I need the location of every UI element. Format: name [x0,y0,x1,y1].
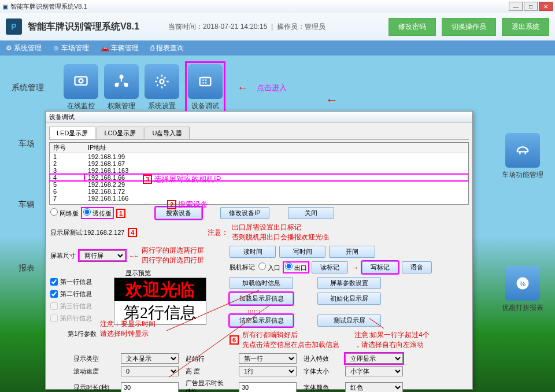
table-row[interactable]: 1192.168.1.99 [50,153,468,161]
badge-4: 4 [128,228,137,237]
radio-network[interactable]: 网络版 [50,208,79,218]
load-info-button[interactable]: 加载显示屏信息 [230,293,293,305]
hint-scroll-2: ，请选择自右向左滚动 [354,340,430,350]
radio-transparent[interactable]: 透传版 [82,208,113,218]
enter-effect-label: 进入特效 [304,354,338,363]
hint-6a: 所有行都编辑好后 [242,330,339,340]
open-gate-button[interactable]: 开闸 [329,246,375,258]
minimize-button[interactable]: — [509,2,523,11]
param-label: 第1行参数 [68,330,97,338]
tool-label: 优惠打折报表 [502,303,543,313]
ad-duration-input[interactable] [239,382,297,392]
tool-online-monitor[interactable] [64,64,98,99]
screen-size-select[interactable]: 两行屏 [79,250,125,261]
table-row[interactable]: 3192.168.1.163 [50,167,468,174]
badge-1: 1 [116,209,125,218]
line4-checkbox [50,315,58,322]
offline-label: 脱机标记 [230,263,255,272]
tab-lcd[interactable]: LCD显示屏 [97,127,143,139]
close-dialog-button[interactable]: 关闭 [288,207,334,219]
read-time-button[interactable]: 读时间 [230,246,276,258]
menu-report[interactable]: ⎙ 报表查询 [150,43,184,53]
ip-table[interactable]: 序号IP地址 1192.168.1.99 2192.168.1.67 3192.… [49,142,469,205]
svg-rect-0 [75,77,87,85]
tab-led[interactable]: LED显示屏 [49,127,95,139]
modify-ip-button[interactable]: 修改设备IP [220,207,269,219]
tool-label: 在线监控 [67,101,95,111]
badge-6: 6 [230,335,239,345]
menu-lot[interactable]: ⊙ 车场管理 [53,43,88,53]
scroll-speed-select[interactable]: 0 [121,366,179,376]
load-temp-button[interactable]: 加载临时信息 [230,277,293,289]
param-hint-2: 请选择时钟显示 [100,329,156,339]
menu-system[interactable]: ⚙ 系统管理 [6,43,42,53]
arrow-icon: ↑ ↑ ↑ ↑ ↑ ↑ [247,308,468,315]
preview-label: 显示预览 [125,269,224,278]
svg-point-1 [79,79,83,83]
dialog-title: 设备调试 [46,112,472,123]
change-password-button[interactable]: 修改密码 [388,18,436,36]
font-color-select[interactable]: 红色 [345,382,403,392]
exit-system-button[interactable]: 退出系统 [502,18,549,36]
voice-button[interactable]: 语音 [402,261,432,273]
screen-param-button[interactable]: 屏幕参数设置 [317,277,381,289]
switch-operator-button[interactable]: 切换操作员 [442,18,496,36]
col-ip: IP地址 [84,143,468,153]
table-row-selected[interactable]: 4192.168.1.66 [50,174,468,181]
tool-label: 设备调试 [191,101,219,111]
hint-scroll-1: 注意:如果一行字超过4个 [354,330,430,340]
clear-info-button[interactable]: 清空显示屏信息 [230,315,293,327]
close-button[interactable]: ✕ [539,2,553,11]
section-system-label: 系统管理 [12,83,58,93]
display-type-select[interactable]: 文本显示 [121,353,179,364]
tool-device-debug[interactable] [188,64,223,99]
tab-usb[interactable]: U盘导入器 [145,127,190,139]
arrow-icon: ←← [129,253,138,259]
table-row[interactable]: 7192.168.1.166 [50,195,468,202]
line4-label: 第四行信息 [60,314,92,323]
line2-checkbox[interactable] [50,290,58,298]
tool-lot-function[interactable] [505,133,540,168]
line3-checkbox [50,302,58,310]
app-logo: P [6,19,22,35]
badge-2: 2 [167,200,176,209]
click-hint: 点击进入 [257,83,287,93]
display-duration-label: 显示时长(秒) [73,383,114,392]
maximize-button[interactable]: □ [524,2,538,11]
svg-rect-6 [200,77,211,86]
device-debug-dialog: 设备调试 LED显示屏 LCD显示屏 U盘导入器 序号IP地址 1192.168… [45,111,473,390]
operator-label: 操作员：管理员 [277,23,325,31]
test-screen-button[interactable]: 测试显示屏 [317,315,381,327]
col-index: 序号 [50,143,84,153]
font-size-select[interactable]: 小字体 [345,366,403,376]
write-time-button[interactable]: 写时间 [279,246,325,258]
font-size-label: 字体大小 [304,367,338,376]
radio-in[interactable]: 入口 [258,262,280,272]
height-select[interactable]: 1行 [239,366,297,376]
hint-select-ip: 选择屏对应的相机IP [154,175,221,183]
radio-out[interactable]: 出口 [284,262,308,272]
table-row[interactable]: 5192.168.2.29 [50,181,468,188]
tool-permission[interactable] [104,64,139,99]
display-duration-input[interactable] [121,382,179,392]
line1-checkbox[interactable] [50,278,58,286]
line1-label: 第一行信息 [60,278,92,286]
enter-effect-select[interactable]: 立即显示 [345,353,403,364]
size-hint-1: 两行字的屏选两行屏 [142,246,204,256]
scroll-speed-label: 滚动速度 [73,367,114,376]
table-row[interactable]: 2192.168.1.67 [50,160,468,167]
display-type-label: 显示类型 [73,354,114,363]
test-ip-label: 显示屏测试:192.168.2.127 [50,228,124,237]
arrow-icon: → [352,264,358,272]
tool-discount-report[interactable]: % [505,266,540,301]
menu-vehicle[interactable]: 🚗 车辆管理 [101,43,139,53]
start-line-label: 起始行 [186,354,232,363]
start-line-select[interactable]: 第一行 [239,353,297,364]
height-label: 高 度 [186,367,232,376]
write-mark-button[interactable]: 写标记 [362,261,398,273]
init-screen-button[interactable]: 初始化显示屏 [317,293,381,305]
read-mark-button[interactable]: 读标记 [312,261,348,273]
table-row[interactable]: 6192.168.1.72 [50,188,468,195]
tool-settings[interactable] [145,64,179,99]
preview-box: 欢迎光临 第2行信息 [114,278,206,325]
